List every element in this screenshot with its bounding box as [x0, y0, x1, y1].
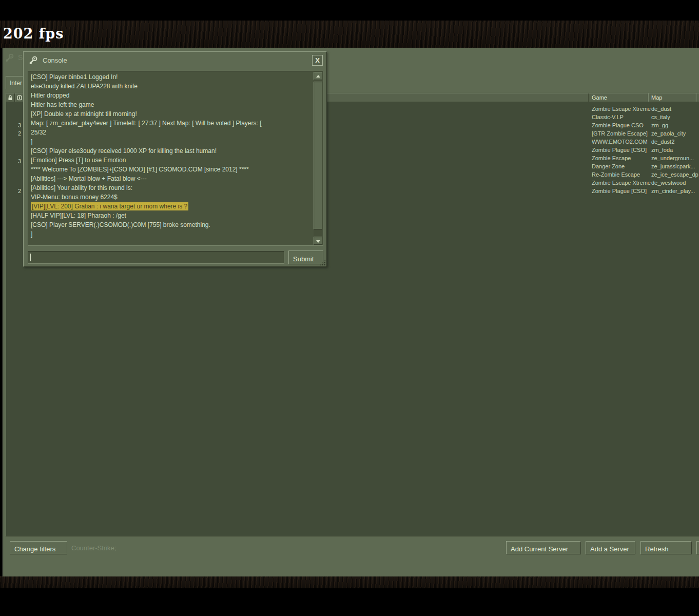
server-map-cell: zm_gg — [651, 121, 699, 129]
clipped-edge-button[interactable]: C — [696, 541, 699, 554]
server-game-cell: Re-Zombie Escape — [589, 170, 651, 179]
console-line: ] — [31, 229, 314, 239]
server-count-cell: 3 — [7, 122, 21, 129]
column-header-clipped[interactable] — [696, 93, 699, 102]
server-map-cell: ze_jurassicpark... — [651, 162, 699, 170]
change-filters-button[interactable]: Change filters — [10, 541, 67, 554]
server-row[interactable]: Classic-V.I.Pcs_italy — [589, 113, 699, 121]
close-icon[interactable]: X — [312, 55, 323, 66]
console-line: [CSO] Player else3oudy received 1000 XP … — [31, 146, 314, 156]
server-game-cell: Danger Zone — [589, 162, 651, 170]
server-row[interactable]: Re-Zombie Escapeze_ice_escape_dp — [589, 170, 699, 179]
server-map-cell: ze_ice_escape_dp — [651, 170, 699, 179]
server-game-cell: WWW.EMOTO2.COM — [589, 138, 651, 146]
arrow-down-icon — [316, 240, 320, 243]
filter-summary-text: Counter-Strike; — [71, 544, 116, 552]
scroll-up-button[interactable] — [314, 72, 322, 80]
bottom-texture-band — [0, 576, 699, 588]
console-line: Hitler has left the game — [31, 100, 314, 109]
console-line-highlighted: [VIP][LVL: 200] Gratian : i wana target … — [31, 202, 314, 211]
game-screen: 202 fps Se Inter — [0, 0, 699, 616]
submit-button[interactable]: Submit — [288, 251, 323, 264]
server-row[interactable]: Danger Zoneze_jurassicpark... — [589, 162, 699, 170]
column-header-map[interactable]: Map — [648, 93, 696, 102]
server-map-cell: cs_italy — [651, 113, 699, 121]
bot-icon — [17, 95, 22, 101]
footer-separator — [6, 536, 699, 536]
console-line: [XP] Double xp at midnight till morning! — [31, 109, 314, 119]
server-map-cell: ze_undergroun... — [651, 154, 699, 162]
server-game-cell: Zombie Plague CSO — [589, 121, 651, 129]
server-map-cell: zm_cinder_play... — [651, 187, 699, 195]
server-count-cell: 2 — [7, 130, 21, 137]
console-line: [Abilities] ---> Mortal blow + Fatal blo… — [31, 174, 314, 183]
console-window: Console X [CSO] Player binbe1 Logged In!… — [23, 51, 327, 267]
scroll-down-button[interactable] — [314, 237, 322, 245]
arrow-up-icon — [316, 75, 320, 78]
server-game-cell: Classic-V.I.P — [589, 113, 651, 121]
server-row[interactable]: Zombie Escapeze_undergroun... — [589, 154, 699, 162]
server-row[interactable]: Zombie Plague CSOzm_gg — [589, 121, 699, 129]
console-scrollbar[interactable] — [314, 72, 322, 245]
add-a-server-button[interactable]: Add a Server — [586, 541, 635, 554]
column-header-password[interactable] — [6, 93, 15, 102]
server-row[interactable]: Zombie Plague [CSO]zm_foda — [589, 146, 699, 154]
server-row[interactable]: Zombie Escape Xtremede_dust — [589, 105, 699, 113]
server-row[interactable]: WWW.EMOTO2.COMde_dust2 — [589, 138, 699, 146]
console-command-input[interactable] — [28, 251, 284, 264]
server-game-cell: Zombie Plague [CSO] — [589, 187, 651, 195]
console-line: VIP-Menu: bonus money 6224$ — [31, 192, 314, 202]
server-game-cell: Zombie Escape Xtreme — [589, 179, 651, 187]
console-output: [CSO] Player binbe1 Logged In!else3oudy … — [28, 71, 323, 246]
column-header-bot[interactable] — [15, 93, 24, 102]
server-row[interactable]: [GTR Zombie Escape]ze_paola_city — [589, 129, 699, 138]
server-game-cell: [GTR Zombie Escape] — [589, 129, 651, 138]
server-map-cell: de_dust2 — [651, 138, 699, 146]
server-game-cell: Zombie Escape — [589, 154, 651, 162]
server-map-cell: zm_foda — [651, 146, 699, 154]
add-current-server-button[interactable]: Add Current Server — [506, 541, 581, 554]
steam-icon — [5, 53, 14, 62]
console-line: 25/32 — [31, 128, 314, 137]
console-title: Console — [43, 56, 67, 64]
console-line: else3oudy killed ZALUPA228 with knife — [31, 82, 314, 91]
server-row[interactable]: Zombie Escape Xtremede_westwood — [589, 179, 699, 187]
console-line: Hitler dropped — [31, 91, 314, 100]
server-game-cell: Zombie Plague [CSO] — [589, 146, 651, 154]
column-header-game[interactable]: Game — [589, 93, 648, 102]
server-map-cell: ze_paola_city — [651, 129, 699, 138]
console-line: [CSO] Player SERVER(.)CSOMOD(.)C0M [755]… — [31, 220, 314, 229]
console-line: [HALF VIP][LVL: 18] Pharaoh : /get — [31, 211, 314, 220]
left-number-column: 3232 — [6, 102, 23, 536]
scrollbar-thumb[interactable] — [314, 82, 322, 229]
server-row[interactable]: Zombie Plague [CSO]zm_cinder_play... — [589, 187, 699, 195]
console-line: **** Welcome To [ZOMBIES]+[CSO MOD] [#1]… — [31, 165, 314, 174]
console-line: [Abilities] Your ability for this round … — [31, 183, 314, 192]
fps-counter: 202 fps — [3, 26, 64, 42]
lock-icon — [8, 95, 13, 101]
server-list-rows: Zombie Escape Xtremede_dustClassic-V.I.P… — [589, 105, 699, 195]
server-map-cell: de_dust — [651, 105, 699, 113]
console-lines: [CSO] Player binbe1 Logged In!else3oudy … — [28, 71, 314, 245]
console-line: [Emotion] Press [T] to use Emotion — [31, 156, 314, 165]
console-line: Map: [ zm_cinder_play4ever ] Timeleft: [… — [31, 119, 314, 128]
server-game-cell: Zombie Escape Xtreme — [589, 105, 651, 113]
console-titlebar[interactable]: Console — [29, 55, 67, 65]
text-caret — [30, 254, 31, 261]
server-map-cell: de_westwood — [651, 179, 699, 187]
server-count-cell: 2 — [7, 187, 21, 195]
refresh-button[interactable]: Refresh — [640, 541, 692, 554]
console-line: [CSO] Player binbe1 Logged In! — [31, 72, 314, 82]
top-texture-band — [0, 21, 699, 48]
steam-icon — [29, 55, 38, 65]
console-line: ] — [31, 137, 314, 146]
server-count-cell: 3 — [7, 158, 21, 165]
